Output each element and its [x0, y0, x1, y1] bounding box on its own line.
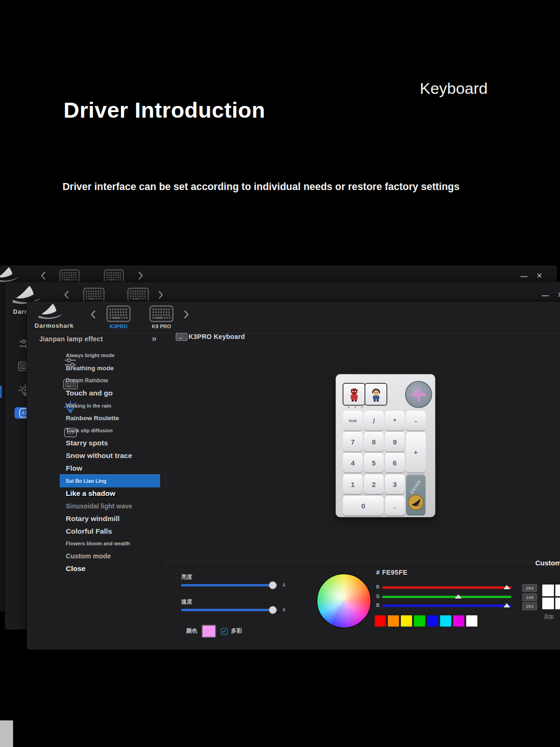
device-title: K3PRO Keyboard: [189, 333, 245, 340]
artisan-keycap-devil: [343, 383, 365, 406]
rotary-knob: [405, 381, 432, 408]
channel-track-g[interactable]: [382, 596, 511, 598]
header-divider: [27, 333, 560, 333]
minimize-button[interactable]: —: [520, 273, 527, 280]
lamp-mode-item[interactable]: Like a shadow: [60, 487, 160, 500]
preset-color-swatch[interactable]: [401, 615, 412, 627]
page-title: Driver Introduction: [63, 97, 266, 123]
content-divider: [165, 343, 560, 343]
key-/: /: [364, 411, 384, 430]
slider-track[interactable]: [181, 609, 277, 611]
key--: -: [406, 411, 426, 430]
chevron-left-icon[interactable]: [41, 271, 46, 280]
tab-k3pro-label: K3PRO: [106, 324, 131, 329]
minimize-button[interactable]: —: [542, 292, 549, 299]
channel-label-r: R: [376, 585, 379, 590]
chevron-right-icon[interactable]: [184, 310, 189, 319]
artisan-keycap-boy: [364, 383, 387, 406]
key-8: 8: [364, 432, 384, 451]
key-0: 0: [343, 496, 384, 515]
color-label: 颜色: [186, 627, 197, 635]
nav-active-indicator: [0, 386, 2, 398]
preset-color-swatch[interactable]: [414, 615, 425, 627]
page-subtitle: Driver interface can be set according to…: [63, 181, 460, 193]
preset-color-swatch[interactable]: [466, 615, 477, 627]
lamp-mode-item[interactable]: Flowers bloom and wealth: [60, 537, 160, 550]
key-4: 4: [343, 453, 363, 472]
lamp-mode-item[interactable]: Dream Rainbow: [60, 374, 160, 387]
key-9: 9: [385, 432, 405, 451]
keyboard-tab-icon[interactable]: [126, 288, 151, 303]
lamp-mode-item[interactable]: Always bright mode: [60, 349, 160, 362]
key-7: 7: [343, 432, 363, 451]
custom-color-slot[interactable]: [542, 585, 554, 596]
key-enter: ENTER: [406, 474, 426, 514]
lamp-mode-item[interactable]: Track slip diffusion: [60, 424, 160, 437]
k3pro-keyboard-image: NUM/*-789+456123ENTER0.: [336, 374, 435, 517]
lamp-mode-item[interactable]: Flow: [60, 462, 160, 474]
custom-color-slot[interactable]: [542, 598, 554, 609]
lamp-mode-item[interactable]: Touch and go: [60, 387, 160, 399]
lamp-mode-item-selected[interactable]: Sui Bo Lian Ling: [60, 474, 160, 487]
hex-color-value: # FE95FE: [376, 569, 407, 576]
chevron-right-icon[interactable]: [158, 290, 163, 299]
panel-collapse-icon[interactable]: »: [152, 333, 157, 344]
keyboard-tab-icon: [106, 305, 131, 322]
preset-color-swatch[interactable]: [427, 615, 438, 627]
lamp-mode-item[interactable]: Rotary windmill: [60, 512, 160, 525]
darmoshark-logo-icon: [32, 303, 69, 322]
lamp-mode-item[interactable]: Close: [60, 563, 160, 575]
lamp-mode-item[interactable]: Walking in the rain: [60, 399, 160, 412]
channel-value[interactable]: 254: [522, 602, 537, 610]
chevron-left-icon[interactable]: [64, 290, 69, 299]
preset-color-swatch[interactable]: [440, 615, 451, 627]
channel-thumb[interactable]: [504, 603, 510, 607]
keyboard-icon: [175, 333, 188, 341]
channel-track-b[interactable]: [382, 605, 511, 607]
key-6: 6: [385, 453, 405, 472]
multicolor-checkbox[interactable]: ✓: [221, 628, 228, 635]
lamp-mode-item[interactable]: Custom mode: [60, 550, 160, 563]
current-color-swatch[interactable]: [202, 625, 216, 638]
channel-value[interactable]: 149: [522, 593, 537, 601]
window-front: Darmoshark K3PRO K9 PRO Jianpan lamp eff…: [27, 301, 560, 650]
color-wheel[interactable]: [316, 573, 371, 628]
page: Keyboard Driver Introduction Driver inte…: [0, 0, 560, 747]
custom-section-title: Custom: [535, 559, 560, 567]
custom-color-slot[interactable]: [555, 598, 560, 609]
lamp-mode-item[interactable]: Breathing mode: [60, 362, 160, 374]
lamp-mode-list: Always bright modeBreathing modeDream Ra…: [60, 349, 160, 575]
lamp-mode-item[interactable]: Starry spots: [60, 437, 160, 450]
close-button[interactable]: ×: [558, 290, 560, 299]
slider-thumb[interactable]: [269, 606, 277, 614]
channel-thumb[interactable]: [455, 594, 462, 599]
preset-color-swatch[interactable]: [388, 615, 399, 627]
custom-color-slot[interactable]: [555, 585, 560, 596]
slider-thumb[interactable]: [269, 581, 277, 589]
lamp-mode-item[interactable]: Rainbow Roulette: [60, 412, 160, 424]
slider-track[interactable]: [181, 584, 277, 586]
channel-value[interactable]: 254: [522, 584, 537, 592]
preset-color-swatch[interactable]: [453, 615, 464, 627]
controls-divider: [165, 562, 560, 562]
slider-label: 速度: [181, 598, 192, 606]
close-button[interactable]: ×: [537, 271, 542, 280]
chevron-left-icon[interactable]: [91, 310, 96, 319]
preset-color-swatch[interactable]: [375, 615, 386, 627]
channel-track-r[interactable]: [382, 586, 511, 589]
lamp-mode-item[interactable]: Snow without trace: [60, 449, 160, 462]
channel-thumb[interactable]: [504, 585, 510, 589]
add-color-label: 添加: [544, 613, 554, 620]
chevron-right-icon[interactable]: [138, 271, 143, 280]
corner-fragment: [0, 720, 13, 747]
lamp-mode-item[interactable]: Colorful Falls: [60, 525, 160, 537]
key-5: 5: [364, 453, 384, 472]
keyboard-tab-icon: [149, 305, 174, 322]
channel-label-g: G: [376, 594, 380, 599]
key-3: 3: [385, 474, 405, 494]
slider-value: 4: [282, 607, 285, 613]
lamp-mode-item[interactable]: Sinusoidal light wave: [60, 500, 160, 513]
brand-label: Keyboard: [420, 79, 488, 98]
keyboard-tab-icon[interactable]: [81, 288, 106, 303]
key-+: +: [406, 432, 426, 472]
